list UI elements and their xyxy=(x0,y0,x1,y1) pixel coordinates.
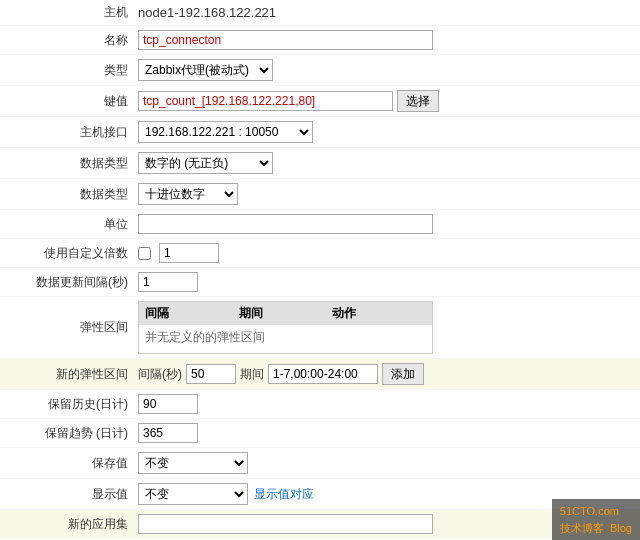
key-row: 键值 选择 xyxy=(0,86,640,117)
dataformat-row: 数据类型 十进位数字 xyxy=(0,179,640,210)
new-flexible-label: 新的弹性区间 xyxy=(8,366,138,383)
trend-label: 保留趋势 (日计) xyxy=(8,425,138,442)
store-label: 保存值 xyxy=(8,455,138,472)
multiplier-checkbox[interactable] xyxy=(138,247,151,260)
history-row: 保留历史(日计) xyxy=(0,390,640,419)
host-label: 主机 xyxy=(8,4,138,21)
interface-select[interactable]: 192.168.122.221 : 10050 xyxy=(138,121,313,143)
type-label: 类型 xyxy=(8,62,138,79)
watermark-line1: 51CTO.com xyxy=(560,505,619,517)
period-input[interactable] xyxy=(268,364,378,384)
flexible-col3: 动作 xyxy=(332,305,426,322)
flexible-col2: 期间 xyxy=(239,305,333,322)
interface-row: 主机接口 192.168.122.221 : 10050 xyxy=(0,117,640,148)
interface-label: 主机接口 xyxy=(8,124,138,141)
interval-row: 数据更新间隔(秒) xyxy=(0,268,640,297)
unit-row: 单位 xyxy=(0,210,640,239)
watermark-line2: 技术博客 xyxy=(560,522,604,534)
add-flexible-button[interactable]: 添加 xyxy=(382,363,424,385)
type-row: 类型 Zabbix代理(被动式) xyxy=(0,55,640,86)
host-row: 主机 node1-192.168.122.221 xyxy=(0,0,640,26)
name-row: 名称 xyxy=(0,26,640,55)
key-input[interactable] xyxy=(138,91,393,111)
display-select[interactable]: 不变 自定义 xyxy=(138,483,248,505)
unit-input[interactable] xyxy=(138,214,433,234)
key-label: 键值 xyxy=(8,93,138,110)
multiplier-row: 使用自定义倍数 xyxy=(0,239,640,268)
new-app-row: 新的应用集 xyxy=(0,510,640,539)
interval-sec-label: 间隔(秒) xyxy=(138,366,182,383)
dataformat-select[interactable]: 十进位数字 xyxy=(138,183,238,205)
store-row: 保存值 不变 作为增量(每秒) 简单变化 xyxy=(0,448,640,479)
display-row: 显示值 不变 自定义 显示值对应 xyxy=(0,479,640,510)
interval-input[interactable] xyxy=(138,272,198,292)
dataformat-label: 数据类型 xyxy=(8,186,138,203)
multiplier-input[interactable] xyxy=(159,243,219,263)
flexible-label: 弹性区间 xyxy=(8,319,138,336)
interval-sec-input[interactable] xyxy=(186,364,236,384)
store-select[interactable]: 不变 作为增量(每秒) 简单变化 xyxy=(138,452,248,474)
new-flexible-row: 新的弹性区间 间隔(秒) 期间 添加 xyxy=(0,359,640,390)
new-app-input[interactable] xyxy=(138,514,433,534)
display-link[interactable]: 显示值对应 xyxy=(254,486,314,503)
datatype-label: 数据类型 xyxy=(8,155,138,172)
datatype-row: 数据类型 数字的 (无正负) xyxy=(0,148,640,179)
flexible-table-header: 间隔 期间 动作 xyxy=(139,302,432,325)
name-input[interactable] xyxy=(138,30,433,50)
display-label: 显示值 xyxy=(8,486,138,503)
multiplier-label: 使用自定义倍数 xyxy=(8,245,138,262)
period-label: 期间 xyxy=(240,366,264,383)
trend-input[interactable] xyxy=(138,423,198,443)
flexible-table: 间隔 期间 动作 并无定义的的弹性区间 xyxy=(138,301,433,354)
history-label: 保留历史(日计) xyxy=(8,396,138,413)
interval-label: 数据更新间隔(秒) xyxy=(8,274,138,291)
watermark: 51CTO.com 技术博客 Blog xyxy=(552,499,640,540)
unit-label: 单位 xyxy=(8,216,138,233)
name-label: 名称 xyxy=(8,32,138,49)
flexible-table-body: 并无定义的的弹性区间 xyxy=(139,325,432,353)
select-button[interactable]: 选择 xyxy=(397,90,439,112)
flexible-col1: 间隔 xyxy=(145,305,239,322)
type-select[interactable]: Zabbix代理(被动式) xyxy=(138,59,273,81)
trend-row: 保留趋势 (日计) xyxy=(0,419,640,448)
datatype-select[interactable]: 数字的 (无正负) xyxy=(138,152,273,174)
history-input[interactable] xyxy=(138,394,198,414)
watermark-line3: Blog xyxy=(610,522,632,534)
flexible-row: 弹性区间 间隔 期间 动作 并无定义的的弹性区间 xyxy=(0,297,640,359)
host-value: node1-192.168.122.221 xyxy=(138,5,276,20)
flexible-empty: 并无定义的的弹性区间 xyxy=(145,330,265,344)
new-app-label: 新的应用集 xyxy=(8,516,138,533)
